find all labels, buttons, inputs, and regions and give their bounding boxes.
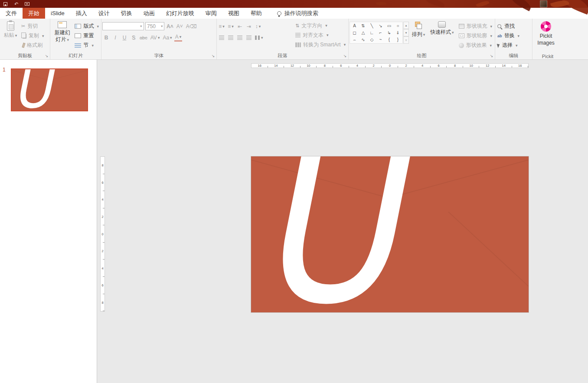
shape-effects-button[interactable]: 形状效果 bbox=[459, 41, 493, 49]
justify-button[interactable] bbox=[245, 33, 253, 42]
tab-slideshow[interactable]: 幻灯片放映 bbox=[160, 8, 200, 19]
line-spacing-button[interactable]: ↕ bbox=[254, 22, 262, 30]
right-brace-icon[interactable]: } bbox=[394, 36, 402, 43]
paragraph-dialog-launcher-icon[interactable] bbox=[343, 54, 347, 58]
numbering-button[interactable]: ≡ bbox=[227, 22, 235, 30]
tab-animations[interactable]: 动画 bbox=[138, 8, 160, 19]
tab-transitions[interactable]: 切换 bbox=[115, 8, 138, 19]
font-color-button[interactable]: A bbox=[174, 33, 183, 42]
pickit-images-button[interactable]: Pickit Images bbox=[533, 20, 559, 52]
format-painter-button[interactable]: 格式刷 bbox=[20, 41, 46, 49]
curve-icon[interactable]: ∿ bbox=[359, 36, 367, 43]
freeform-shape-icon[interactable]: ◇ bbox=[368, 36, 376, 43]
scribble-icon[interactable]: ~ bbox=[376, 36, 385, 43]
tab-help[interactable]: 帮助 bbox=[245, 8, 268, 19]
text-box-icon[interactable]: A bbox=[350, 23, 359, 29]
oval-icon[interactable]: ○ bbox=[394, 23, 402, 29]
tab-design[interactable]: 设计 bbox=[93, 8, 115, 19]
arrange-button[interactable]: 排列 bbox=[409, 20, 428, 52]
reset-button[interactable]: 重置 bbox=[73, 32, 100, 40]
font-size-combo[interactable] bbox=[145, 22, 164, 30]
section-button[interactable]: 节 bbox=[73, 41, 100, 49]
save-icon[interactable] bbox=[3, 1, 8, 7]
font-size-dropdown-icon[interactable] bbox=[160, 23, 164, 30]
line-icon[interactable]: ╲ bbox=[368, 23, 376, 29]
italic-button[interactable]: I bbox=[111, 33, 119, 42]
user-avatar[interactable] bbox=[540, 0, 547, 7]
character-spacing-button[interactable]: AV bbox=[150, 33, 161, 42]
align-right-button[interactable] bbox=[236, 33, 244, 42]
vertical-ruler[interactable]: 864202468 bbox=[100, 156, 105, 312]
font-name-combo[interactable] bbox=[102, 22, 144, 30]
shape-fill-button[interactable]: 形状填充 bbox=[459, 22, 493, 30]
left-brace-icon[interactable]: { bbox=[385, 36, 393, 43]
tab-insert[interactable]: 插入 bbox=[70, 8, 93, 19]
decrease-indent-button[interactable]: ⇤ bbox=[236, 22, 244, 30]
quick-styles-button[interactable]: 快速样式 bbox=[428, 20, 456, 52]
replace-button[interactable]: ab 替换 bbox=[496, 32, 521, 40]
copy-button[interactable]: 复制 bbox=[20, 32, 46, 40]
align-left-button[interactable] bbox=[218, 33, 225, 42]
start-slideshow-icon[interactable] bbox=[24, 1, 30, 7]
font-name-dropdown-icon[interactable] bbox=[139, 23, 144, 30]
v-ruler-number: 0 bbox=[101, 225, 105, 243]
shape-fill-icon bbox=[459, 24, 464, 29]
tab-islide[interactable]: iSlide bbox=[45, 8, 70, 19]
tab-home[interactable]: 开始 bbox=[23, 8, 45, 19]
slide-thumbnail-panel[interactable]: 1 U bbox=[0, 60, 97, 383]
bold-button[interactable]: B bbox=[102, 33, 110, 42]
h-ruler-number: 8 bbox=[447, 64, 463, 68]
text-direction-button[interactable]: ⇅ 文字方向 bbox=[294, 21, 347, 30]
font-size-input[interactable] bbox=[146, 23, 160, 30]
line-arrow-icon[interactable]: ↘ bbox=[376, 23, 385, 29]
new-slide-button[interactable]: 新建幻灯片 bbox=[51, 20, 73, 52]
undo-icon[interactable]: ↶ bbox=[13, 1, 19, 7]
align-text-button[interactable]: 对齐文本 bbox=[294, 31, 347, 39]
rectangle-icon[interactable]: ▭ bbox=[385, 23, 393, 29]
clipboard-dialog-launcher-icon[interactable] bbox=[44, 54, 49, 58]
slide-editing-canvas[interactable]: 1614121086420246810121416 864202468 U bbox=[98, 60, 588, 383]
decrease-font-size-button[interactable]: A˅ bbox=[176, 22, 184, 30]
slide-letter-shape[interactable]: U bbox=[255, 156, 417, 312]
right-angle-icon[interactable]: ∟ bbox=[368, 29, 376, 36]
layout-button[interactable]: 版式 bbox=[73, 22, 100, 30]
select-button[interactable]: 选择 bbox=[496, 41, 521, 49]
slide-canvas[interactable]: U bbox=[251, 156, 529, 312]
increase-indent-button[interactable]: ⇥ bbox=[245, 22, 253, 30]
tell-me-search[interactable]: 操作说明搜索 bbox=[277, 8, 318, 19]
shape-outline-button[interactable]: 形状轮廓 bbox=[459, 32, 493, 40]
vertical-text-box-icon[interactable]: ⇅ bbox=[359, 23, 367, 29]
tab-review[interactable]: 审阅 bbox=[200, 8, 222, 19]
text-shadow-button[interactable]: S bbox=[130, 33, 137, 42]
columns-button[interactable] bbox=[254, 33, 264, 42]
elbow-arrow-connector-icon[interactable]: ↳ bbox=[385, 29, 393, 36]
clear-formatting-button[interactable]: A⌫ bbox=[185, 22, 198, 30]
cut-button[interactable]: ✂ 剪切 bbox=[20, 22, 46, 30]
ribbon: 粘贴 ✂ 剪切 复制 格式刷 剪贴板 新建幻灯片 bbox=[0, 19, 588, 60]
font-dialog-launcher-icon[interactable] bbox=[211, 54, 216, 58]
find-button[interactable]: 查找 bbox=[496, 22, 521, 30]
tab-view[interactable]: 视图 bbox=[222, 8, 245, 19]
horizontal-ruler[interactable]: 1614121086420246810121416 bbox=[251, 63, 529, 68]
slide-1-thumbnail[interactable]: U bbox=[11, 68, 88, 111]
paste-button[interactable]: 粘贴 bbox=[1, 20, 20, 52]
drawing-dialog-launcher-icon[interactable] bbox=[489, 54, 494, 58]
shapes-scroll-down-icon[interactable]: ▾ bbox=[403, 29, 409, 36]
font-name-input[interactable] bbox=[103, 23, 139, 30]
arc-icon[interactable]: ⌢ bbox=[350, 36, 359, 43]
rounded-rectangle-icon[interactable]: ◻ bbox=[350, 29, 359, 36]
change-case-button[interactable]: Aa bbox=[162, 33, 173, 42]
bullets-button[interactable]: ≡ bbox=[218, 22, 225, 30]
increase-font-size-button[interactable]: A˄ bbox=[166, 22, 174, 30]
convert-to-smartart-button[interactable]: 转换为 SmartArt bbox=[294, 40, 347, 49]
down-arrow-icon[interactable]: ⇓ bbox=[394, 29, 402, 36]
align-center-button[interactable] bbox=[227, 33, 235, 42]
shapes-gallery-more-icon[interactable]: ▿ bbox=[403, 36, 409, 44]
strikethrough-button[interactable]: abc bbox=[139, 33, 148, 42]
shapes-scroll-up-icon[interactable]: ▴ bbox=[403, 22, 409, 29]
isosceles-triangle-icon[interactable]: △ bbox=[359, 29, 367, 36]
underline-button[interactable]: U bbox=[121, 33, 128, 42]
smartart-icon bbox=[295, 42, 301, 47]
elbow-connector-icon[interactable]: ⌐ bbox=[376, 29, 385, 36]
tab-file[interactable]: 文件 bbox=[0, 8, 23, 19]
